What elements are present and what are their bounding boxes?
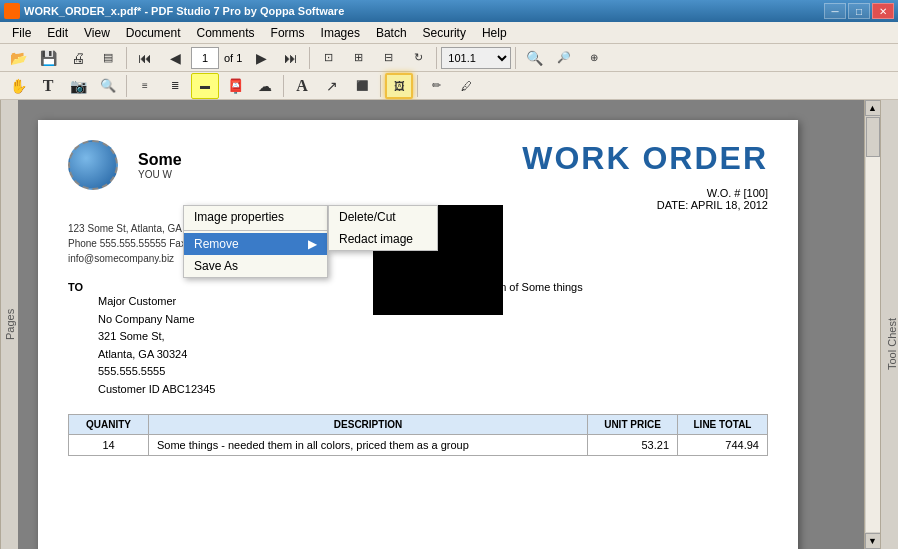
menu-security[interactable]: Security (415, 24, 474, 42)
scroll-down-button[interactable]: ▼ (865, 533, 881, 549)
document-area[interactable]: Some YOU W WORK ORDER W.O. # [100] DATE:… (18, 100, 864, 549)
globe-logo (68, 140, 118, 190)
wo-title: WORK ORDER (522, 140, 768, 177)
sign-button[interactable]: ✏ (422, 73, 450, 99)
search-tool-button[interactable]: 🔍 (94, 73, 122, 99)
zoom-out-button[interactable]: 🔎 (550, 45, 578, 71)
to-id: Customer ID ABC12345 (98, 381, 418, 399)
tool-chest-panel[interactable]: Tool Chest (880, 100, 898, 549)
sep2 (309, 47, 310, 69)
marquee-zoom-button[interactable]: ⊕ (580, 45, 608, 71)
scroll-thumb[interactable] (866, 117, 880, 157)
prev-page-button[interactable]: ◀ (161, 45, 189, 71)
first-page-button[interactable]: ⏮ (131, 45, 159, 71)
next-page-button[interactable]: ▶ (247, 45, 275, 71)
to-details: Major Customer No Company Name 321 Some … (98, 293, 418, 399)
submenu-delete-cut[interactable]: Delete/Cut (329, 206, 437, 228)
context-menu-image-properties[interactable]: Image properties (184, 206, 327, 228)
hand-tool-button[interactable]: ✋ (4, 73, 32, 99)
rotate-button[interactable]: ↻ (404, 45, 432, 71)
close-button[interactable]: ✕ (872, 3, 894, 19)
wo-title-block: WORK ORDER W.O. # [100] DATE: APRIL 18, … (522, 140, 768, 211)
menu-file[interactable]: File (4, 24, 39, 42)
open-button[interactable]: 📂 (4, 45, 32, 71)
scrollbar-right: ▲ ▼ (864, 100, 880, 549)
minimize-button[interactable]: ─ (824, 3, 846, 19)
wo-date-label: DATE: APRIL 18, 2012 (522, 199, 768, 211)
image-edit-button[interactable]: 🖼 (385, 73, 413, 99)
fit-height-button[interactable]: ⊟ (374, 45, 402, 71)
menu-document[interactable]: Document (118, 24, 189, 42)
titlebar-controls: ─ □ ✕ (824, 3, 894, 19)
to-block: TO Major Customer No Company Name 321 So… (68, 281, 418, 399)
logo-area: Some YOU W (68, 140, 182, 190)
fit-width-button[interactable]: ⊡ (314, 45, 342, 71)
sep5 (126, 75, 127, 97)
highlight-button[interactable]: ▬ (191, 73, 219, 99)
scroll-up-button[interactable]: ▲ (865, 100, 881, 116)
titlebar: WORK_ORDER_x.pdf* - PDF Studio 7 Pro by … (0, 0, 898, 22)
pdf-page: Some YOU W WORK ORDER W.O. # [100] DATE:… (38, 120, 798, 549)
sep6 (283, 75, 284, 97)
to-address1: 321 Some St, (98, 328, 418, 346)
context-menu-save-as[interactable]: Save As (184, 255, 327, 277)
row-qty: 14 (69, 434, 149, 455)
save-button[interactable]: 💾 (34, 45, 62, 71)
col-desc: DESCRIPTION (149, 414, 588, 434)
submenu: Delete/Cut Redact image (328, 205, 438, 251)
company-block: Some YOU W (128, 151, 182, 180)
menu-images[interactable]: Images (313, 24, 368, 42)
arrow-draw-button[interactable]: ↗ (318, 73, 346, 99)
row-total: 744.94 (678, 434, 768, 455)
toolbar2: ✋ T 📷 🔍 ≡ ≣ ▬ 📮 ☁ A ↗ ⬛ 🖼 ✏ 🖊 (0, 72, 898, 100)
stamp-button[interactable]: 📮 (221, 73, 249, 99)
zoom-select[interactable]: 5075100101.1125150200 (441, 47, 511, 69)
col-qty: QUANITY (69, 414, 149, 434)
app-icon (4, 3, 20, 19)
menubar: File Edit View Document Comments Forms I… (0, 22, 898, 44)
shape-button[interactable]: ⬛ (348, 73, 376, 99)
text-tool-button[interactable]: T (34, 73, 62, 99)
menu-help[interactable]: Help (474, 24, 515, 42)
context-menu-remove[interactable]: Remove ▶ (184, 233, 327, 255)
submenu-redact[interactable]: Redact image (329, 228, 437, 250)
col-total: LINE TOTAL (678, 414, 768, 434)
menu-batch[interactable]: Batch (368, 24, 415, 42)
zoom-in-button[interactable]: 🔍 (520, 45, 548, 71)
text-box-button[interactable]: A (288, 73, 316, 99)
sep1 (126, 47, 127, 69)
to-name: Major Customer (98, 293, 418, 311)
menu-edit[interactable]: Edit (39, 24, 76, 42)
snapshot-tool-button[interactable]: 📷 (64, 73, 92, 99)
print-button[interactable]: 🖨 (64, 45, 92, 71)
col-unit: UNIT PRICE (588, 414, 678, 434)
page-number-input[interactable] (191, 47, 219, 69)
main-area: Pages Some YOU W WORK ORDER W.O. # [100] (0, 100, 898, 549)
extra-button[interactable]: 🖊 (452, 73, 480, 99)
context-menu-sep1 (184, 230, 327, 231)
to-phone: 555.555.5555 (98, 363, 418, 381)
menu-comments[interactable]: Comments (189, 24, 263, 42)
wo-table: QUANITY DESCRIPTION UNIT PRICE LINE TOTA… (68, 414, 768, 456)
properties-button[interactable]: ▤ (94, 45, 122, 71)
format2-button[interactable]: ≣ (161, 73, 189, 99)
fit-page-button[interactable]: ⊞ (344, 45, 372, 71)
format1-button[interactable]: ≡ (131, 73, 159, 99)
submenu-arrow: ▶ (308, 237, 317, 251)
menu-view[interactable]: View (76, 24, 118, 42)
pages-panel[interactable]: Pages (0, 100, 18, 549)
table-row: 14 Some things - needed them in all colo… (69, 434, 768, 455)
sep7 (380, 75, 381, 97)
to-company: No Company Name (98, 311, 418, 329)
cloud-button[interactable]: ☁ (251, 73, 279, 99)
sep3 (436, 47, 437, 69)
wo-num-label: W.O. # [100] (522, 187, 768, 199)
titlebar-title: WORK_ORDER_x.pdf* - PDF Studio 7 Pro by … (24, 5, 344, 17)
scroll-track[interactable] (866, 117, 880, 532)
last-page-button[interactable]: ⏭ (277, 45, 305, 71)
maximize-button[interactable]: □ (848, 3, 870, 19)
row-desc: Some things - needed them in all colors,… (149, 434, 588, 455)
wo-header: Some YOU W WORK ORDER W.O. # [100] DATE:… (68, 140, 768, 211)
menu-forms[interactable]: Forms (263, 24, 313, 42)
page-of-label: of 1 (221, 52, 245, 64)
